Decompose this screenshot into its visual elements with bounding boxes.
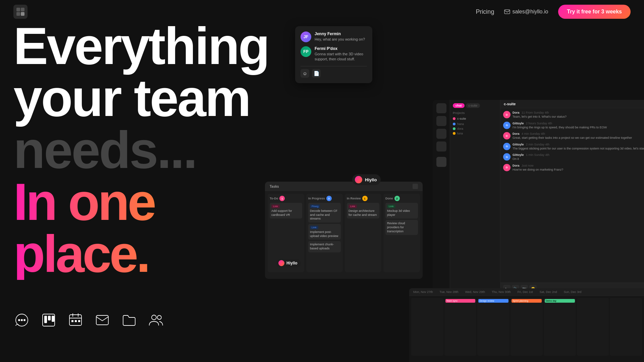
msg-text-dora2: Great, start getting their tasks into a … — [513, 136, 632, 140]
cal-day-2: Tue, Nov 28th — [440, 290, 459, 294]
sidebar-icon-active[interactable] — [436, 157, 446, 167]
kanban-filter[interactable] — [413, 184, 418, 189]
svg-point-22 — [157, 315, 161, 319]
tag-green-1: Link — [387, 204, 395, 208]
hero-line-1: Everything — [13, 20, 275, 72]
hero-line-2: your team — [13, 72, 275, 124]
brand-logo[interactable] — [13, 5, 28, 19]
email-contact[interactable]: sales@hiyllo.io — [504, 9, 548, 15]
sidebar-icon-1[interactable] — [436, 103, 446, 113]
chat-icon[interactable] — [13, 312, 30, 328]
mail-icon[interactable] — [94, 312, 111, 328]
attachment-button[interactable]: 📄 — [312, 69, 321, 78]
card-ip-tags-1: Pineg — [310, 204, 339, 208]
card-done-text-2: Review cloud providers for transcription — [387, 222, 416, 233]
kanban-title: Tasks — [270, 185, 279, 188]
svg-rect-20 — [96, 315, 108, 325]
tag-blue-2: Link — [310, 226, 318, 229]
chat-card-popup: JF Jenny Fermin Hey, what are you workin… — [295, 26, 372, 83]
cal-day-6: Sat, Dec 2nd — [540, 290, 557, 294]
hiyllo-dot-kanban — [355, 176, 362, 183]
msg-text-gittoyle1: I'm bringing the rings up to speed, they… — [513, 125, 607, 130]
channel-csuite[interactable]: c-suite — [453, 116, 497, 121]
msg-row-dora1: D Dora 11 From Sunday 4th Team, let's ge… — [503, 111, 644, 119]
tag-blue-1: Pineg — [310, 204, 320, 208]
chat-message-jenny: JF Jenny Fermin Hey, what are you workin… — [301, 32, 367, 42]
card-done-text-1: Mockup 3d video player — [387, 209, 416, 217]
jenny-text: Hey, what are you working on? — [315, 37, 365, 42]
board-icon[interactable] — [40, 312, 57, 328]
card-ir-1: Link Design architecture for cache and s… — [347, 203, 379, 219]
hero-line-3: needs... — [13, 124, 275, 176]
card-tags-1: Link — [271, 204, 301, 208]
kanban-header: Tasks — [265, 182, 423, 191]
column-inreview: In Review 1 Link Design architecture for… — [345, 194, 381, 272]
card-ip-2: Link Implement post-upload video preview — [308, 224, 341, 240]
hiyllo-badge-sidebar: Hiyllo — [276, 259, 301, 267]
avatar-dora-3: D — [503, 164, 511, 171]
svg-rect-17 — [71, 320, 73, 322]
cal-col-2: Team sync — [444, 298, 477, 356]
cal-col-5: Demo day — [544, 298, 576, 356]
sender-dora-3: Dora Just now — [513, 164, 563, 167]
svg-point-6 — [18, 319, 20, 321]
tab-chat-active[interactable]: chat — [453, 103, 465, 108]
hiyllo-dot-sidebar — [278, 260, 284, 266]
sidebar-icon-2[interactable] — [436, 116, 446, 126]
column-done: Done 2 Link Mockup 3d video player Revie… — [383, 194, 420, 272]
hero-line-4: In one place. — [13, 176, 275, 280]
card-ip-1: Pineg Decode between CF and cache and st… — [308, 203, 341, 223]
card-done-1: Link Mockup 3d video player — [385, 203, 418, 219]
emoji-button[interactable]: ☺ — [301, 69, 309, 78]
tag-pink-ir: Link — [348, 204, 357, 208]
cal-day-3: Wed, Nov 29th — [465, 290, 485, 294]
msg-body-dora2: Dora 4 min Sunday 4th Great, start getti… — [513, 132, 632, 140]
team-icon[interactable] — [148, 312, 164, 328]
svg-rect-0 — [16, 8, 20, 11]
hiyllo-badge-kanban: Hiyllo — [352, 174, 381, 185]
app-screenshot: chat c-suite Projects c-suite hana dora … — [433, 100, 644, 294]
svg-rect-12 — [52, 316, 54, 322]
hiyllo-label-sidebar: Hiyllo — [286, 261, 298, 265]
folder-icon[interactable] — [121, 312, 138, 328]
col-title-inprogress: In Progress 3 — [308, 196, 341, 201]
cal-col-1 — [411, 298, 443, 356]
msg-body-gittoyle3: Gittoyle 1 min Sunday 4th On it — [513, 153, 549, 161]
logo-icon — [13, 5, 28, 19]
svg-rect-4 — [504, 10, 510, 14]
sender-gittoyle: Gittoyle 2 hours Sunday 4th — [513, 122, 607, 125]
avatar-dora-2: D — [503, 132, 511, 139]
channel-dora[interactable]: dora — [453, 126, 497, 131]
sender-dora: Dora 11 From Sunday 4th — [513, 111, 567, 114]
svg-rect-1 — [21, 8, 24, 11]
msg-row-gittoyle1: G Gittoyle 2 hours Sunday 4th I'm bringi… — [503, 122, 644, 130]
cta-button[interactable]: Try it free for 3 weeks — [558, 5, 631, 19]
avatar-gittoyle-2: G — [503, 143, 511, 150]
msg-body-gittoyle2: Gittoyle 2 min Sunday 4th The biggest st… — [513, 143, 644, 151]
chat-message-fermi: FP Fermi P'dox Gonna start with the 3D v… — [301, 46, 367, 62]
app-sidebar — [433, 100, 450, 294]
sidebar-icon-4[interactable] — [436, 141, 446, 152]
cal-day-1: Mon, Nov 27th — [413, 290, 433, 294]
card-ip-text-1: Decode between CF and cache and streams — [310, 209, 339, 221]
col-title-todo: To-Do 1 — [270, 196, 302, 201]
col-title-inreview: In Review 1 — [347, 196, 379, 201]
svg-rect-3 — [21, 12, 24, 16]
column-inprogress: In Progress 3 Pineg Decode between CF an… — [306, 194, 343, 272]
card-ir-tags-1: Link — [348, 204, 378, 208]
calendar-icon[interactable] — [67, 312, 84, 328]
svg-rect-2 — [16, 12, 20, 16]
fermi-name: Fermi P'dox — [315, 46, 367, 51]
svg-point-21 — [152, 315, 156, 320]
channel-list: chat c-suite Projects c-suite hana dora … — [450, 100, 500, 294]
channel-hana[interactable]: hana — [453, 122, 497, 126]
messages-area: c-suite D Dora 11 From Sunday 4th Team, … — [500, 100, 644, 294]
tag-pink: Link — [271, 204, 280, 208]
sidebar-icon-3[interactable] — [436, 129, 446, 139]
avatar-fermi: FP — [301, 46, 311, 57]
cal-event-3: Sprint planning — [512, 299, 542, 303]
pricing-link[interactable]: Pricing — [476, 8, 494, 15]
tab-csuite[interactable]: c-suite — [466, 103, 480, 108]
channel-luna[interactable]: luna — [453, 131, 497, 136]
card-ip-tags-2: Link — [310, 226, 339, 229]
